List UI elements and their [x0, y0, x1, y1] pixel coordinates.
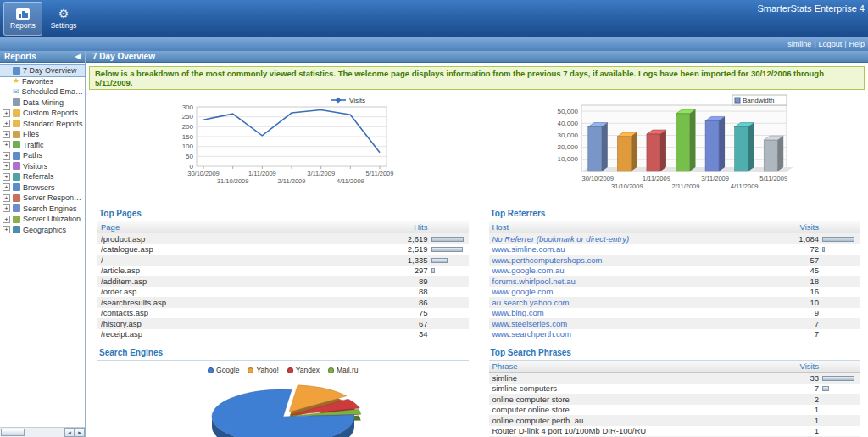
host-link[interactable]: www.bing.com — [492, 308, 772, 317]
settings-toolbar-label: Settings — [51, 21, 77, 30]
host-link[interactable]: www.simline.com.au — [492, 244, 772, 254]
page-cell: /searchresults.asp — [101, 298, 381, 307]
reports-panel-title: Reports — [4, 51, 36, 63]
legend-label: Google — [216, 366, 239, 374]
scroll-left-button[interactable]: ◂ — [64, 428, 75, 437]
sidebar-item-label: Traffic — [23, 141, 44, 149]
sidebar-item[interactable]: + ★ Favorites — [0, 76, 85, 87]
sidebar-item[interactable]: + Referrals — [0, 171, 85, 182]
page-cell: /catalogue.asp — [101, 244, 381, 254]
sidebar-item[interactable]: + Paths — [0, 150, 85, 161]
svg-text:31/10/2009: 31/10/2009 — [217, 177, 249, 185]
table-row: forums.whirlpool.net.au 18 — [489, 276, 860, 287]
host-link[interactable]: www.perthcomputershops.com — [492, 255, 772, 265]
main-area: 7 Day Overview Below is a breakdown of t… — [86, 51, 868, 437]
expand-icon[interactable]: + — [3, 194, 10, 202]
expand-icon[interactable]: + — [3, 109, 10, 117]
table-row: /article.asp 297 — [97, 266, 469, 277]
expand-icon[interactable]: + — [3, 183, 10, 191]
table-row: online computer perth .au 1 — [489, 415, 860, 426]
scrollbar-thumb[interactable] — [1, 429, 25, 436]
visits-cell: 33 — [771, 373, 819, 383]
visits-cell: 45 — [771, 266, 819, 275]
visits-cell: 7 — [771, 329, 819, 339]
page-cell: /order.asp — [101, 287, 381, 296]
expand-icon[interactable]: + — [3, 216, 10, 223]
sidebar-item[interactable]: + Visitors — [0, 161, 85, 172]
table-row: /receipt.asp 34 — [97, 329, 469, 340]
sidebar-item[interactable]: + ✉ Scheduled Email Reports — [0, 87, 85, 98]
expand-icon[interactable]: + — [3, 204, 10, 212]
sidebar-item[interactable]: + Files — [0, 129, 85, 140]
charts-row: 05010015020025030030/10/200931/10/20091/… — [86, 93, 868, 200]
host-link[interactable]: www.steelseries.com — [492, 319, 772, 328]
help-link[interactable]: Help — [849, 40, 865, 48]
svg-text:30/10/2009: 30/10/2009 — [187, 170, 220, 177]
value-bar — [431, 268, 435, 273]
sidebar-item[interactable]: + Browsers — [0, 182, 85, 193]
table-header: Host Visits — [489, 221, 860, 233]
sidebar-horizontal-scrollbar[interactable]: ◂ ▸ — [0, 427, 85, 437]
settings-toolbar-button[interactable]: ⚙ Settings — [44, 2, 83, 36]
top-search-phrases-table: Phrase Visits simline 33 simline compute… — [489, 361, 860, 437]
sidebar-item-label: Server Responses — [23, 193, 85, 202]
separator: | — [814, 40, 815, 48]
sidebar-item[interactable]: + Search Engines — [0, 204, 85, 215]
phrase-cell: simline computers — [492, 384, 772, 393]
sidebar-item-label: 7 Day Overview — [23, 66, 77, 75]
host-link[interactable]: www.google.com — [492, 287, 772, 296]
host-link[interactable]: forums.whirlpool.net.au — [492, 277, 772, 286]
host-link[interactable]: www.searchperth.com — [492, 329, 772, 339]
email-icon: ✉ — [13, 88, 19, 96]
host-link[interactable]: www.google.com.au — [492, 266, 772, 275]
reports-toolbar-button[interactable]: Reports — [3, 2, 42, 36]
phrase-cell: simline — [492, 373, 772, 383]
host-link[interactable]: au.search.yahoo.com — [492, 298, 772, 307]
sidebar-item[interactable]: + Data Mining — [0, 98, 85, 109]
top-referrers-table: Host Visits No Referrer (bookmark or dir… — [489, 221, 860, 339]
reports-tree: + 7 Day Overview + ★ Favorites + ✉ Sched… — [0, 63, 85, 235]
traffic-icon — [13, 141, 20, 148]
svg-text:5/11/2009: 5/11/2009 — [760, 175, 788, 182]
sidebar-item[interactable]: + Traffic — [0, 140, 85, 151]
sidebar-item[interactable]: + Geographics — [0, 225, 85, 236]
legend-dot — [248, 367, 253, 373]
expand-icon[interactable]: + — [3, 141, 10, 148]
legend-dot — [208, 367, 214, 373]
folder-icon — [13, 120, 20, 127]
username-link[interactable]: simline — [787, 40, 811, 48]
sidebar-item[interactable]: + Custom Reports — [0, 108, 85, 119]
expand-icon[interactable]: + — [3, 152, 10, 160]
sidebar-item[interactable]: + Server Responses — [0, 193, 85, 204]
sidebar-item[interactable]: + Standard Reports — [0, 119, 85, 130]
phrase-cell: Router D-link 4 port 10/100Mb DIR-100/RU — [492, 426, 772, 435]
table-row: online computer store 2 — [489, 394, 860, 405]
column-header-visits: Visits — [771, 361, 819, 371]
separator: | — [844, 40, 846, 48]
svg-text:30/10/2009: 30/10/2009 — [582, 175, 615, 182]
sidebar-item[interactable]: + 7 Day Overview — [0, 65, 85, 76]
folder-icon — [13, 109, 20, 117]
sidebar-item[interactable]: + Server Utilization — [0, 214, 85, 225]
column-header-hits: Hits — [381, 222, 428, 232]
paths-icon — [13, 152, 20, 160]
sidebar-item-label: Browsers — [23, 183, 55, 192]
value-bar — [431, 247, 463, 252]
page-cell: /receipt.asp — [101, 329, 381, 339]
table-row: /product.asp 2,619 — [97, 233, 469, 244]
host-link[interactable]: No Referrer (bookmark or direct-entry) — [492, 234, 772, 244]
expand-icon[interactable]: + — [3, 120, 10, 127]
referrals-icon — [13, 173, 20, 181]
collapse-panel-icon[interactable]: ◀ — [75, 51, 81, 63]
page-cell: /product.asp — [101, 234, 381, 244]
expand-icon[interactable]: + — [3, 131, 10, 138]
scroll-right-button[interactable]: ▸ — [75, 428, 85, 437]
logout-link[interactable]: Logout — [819, 40, 843, 48]
visits-line-chart: 05010015020025030030/10/200931/10/20091/… — [163, 93, 400, 193]
value-bar — [822, 376, 854, 381]
expand-icon[interactable]: + — [3, 226, 10, 233]
table-row: /contacts.asp 75 — [97, 308, 469, 319]
svg-text:4/11/2009: 4/11/2009 — [731, 182, 759, 190]
expand-icon[interactable]: + — [3, 173, 10, 181]
expand-icon[interactable]: + — [3, 162, 10, 170]
